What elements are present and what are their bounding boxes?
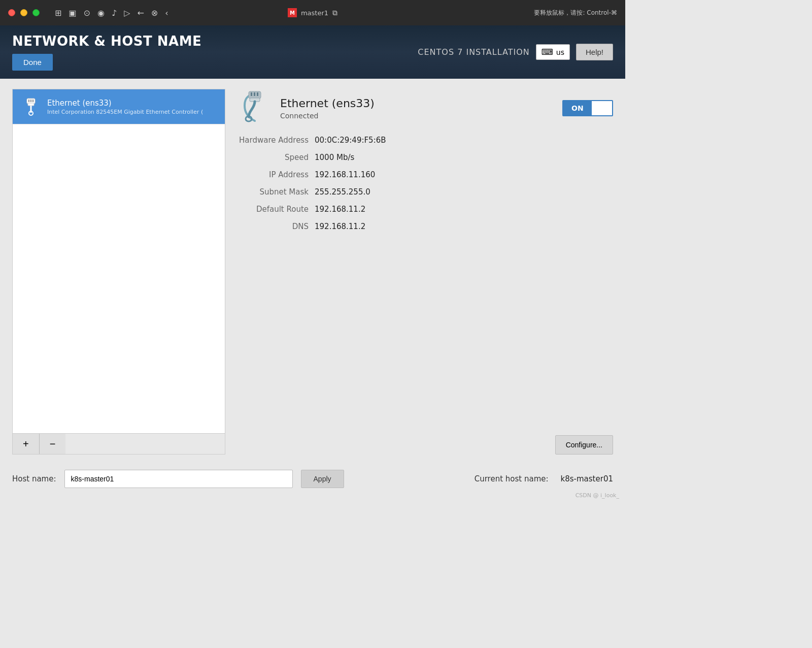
help-button[interactable]: Help! — [576, 44, 613, 60]
chevron-icon[interactable]: ‹ — [165, 8, 168, 18]
speed-row: Speed 1000 Mb/s — [238, 153, 613, 162]
right-panel: Ethernet (ens33) Connected ON Hardware A… — [238, 89, 613, 455]
back-icon[interactable]: ← — [137, 8, 144, 18]
hostname-input[interactable] — [64, 470, 293, 488]
configure-button[interactable]: Configure... — [555, 435, 613, 455]
left-panel: Ethernet (ens33) Intel Corporation 82545… — [12, 89, 225, 455]
layout-icon[interactable]: ⊞ — [55, 8, 61, 18]
titlebar-center: M master1 ⧉ — [288, 8, 337, 17]
svg-rect-8 — [251, 92, 252, 96]
window-button[interactable]: ⧉ — [332, 9, 337, 17]
network-item-name: Ethernet (ens33) — [47, 99, 203, 108]
header-left: NETWORK & HOST NAME Done — [12, 34, 201, 71]
current-host-label: Current host name: — [475, 474, 549, 483]
hardware-address-row: Hardware Address 00:0C:29:49:F5:6B — [238, 136, 613, 145]
subnet-label: Subnet Mask — [238, 187, 309, 197]
header: NETWORK & HOST NAME Done CENTOS 7 INSTAL… — [0, 25, 625, 79]
svg-rect-3 — [32, 100, 33, 102]
route-row: Default Route 192.168.11.2 — [238, 205, 613, 214]
maximize-button[interactable] — [32, 9, 40, 16]
network-item-info: Ethernet (ens33) Intel Corporation 82545… — [47, 99, 203, 115]
watermark: CSDN @ i_look_ — [576, 492, 619, 499]
main-content: Ethernet (ens33) Intel Corporation 82545… — [0, 79, 625, 465]
dns-row: DNS 192.168.11.2 — [238, 222, 613, 231]
route-label: Default Route — [238, 205, 309, 214]
disk-icon[interactable]: ⊙ — [84, 8, 90, 18]
svg-rect-9 — [254, 92, 255, 96]
device-header: Ethernet (ens33) Connected ON — [238, 89, 613, 125]
ip-row: IP Address 192.168.11.160 — [238, 170, 613, 179]
centos-title: CENTOS 7 INSTALLATION — [418, 47, 529, 57]
keyboard-locale: us — [556, 48, 564, 56]
device-icon — [238, 91, 272, 125]
device-name: Ethernet (ens33) — [280, 97, 375, 110]
remove-network-button[interactable]: − — [40, 434, 66, 454]
person-icon[interactable]: ◉ — [97, 8, 105, 18]
titlebar: ⊞ ▣ ⊙ ◉ ♪ ▷ ← ⊗ ‹ M master1 ⧉ 要释放鼠标，请按: … — [0, 0, 625, 25]
list-item[interactable]: Ethernet (ens33) Intel Corporation 82545… — [13, 89, 225, 124]
svg-rect-10 — [257, 92, 258, 96]
route-value: 192.168.11.2 — [315, 205, 365, 214]
hardware-address-value: 00:0C:29:49:F5:6B — [315, 136, 386, 145]
share-icon[interactable]: ⊗ — [151, 8, 158, 18]
vm-name: master1 — [301, 9, 328, 17]
add-network-button[interactable]: + — [13, 434, 40, 454]
page-title: NETWORK & HOST NAME — [12, 34, 201, 49]
dns-value: 192.168.11.2 — [315, 222, 365, 231]
svg-rect-4 — [28, 103, 34, 106]
audio-icon[interactable]: ♪ — [112, 8, 117, 18]
dns-label: DNS — [238, 222, 309, 231]
release-hint: 要释放鼠标，请按: Control-⌘ — [534, 9, 617, 17]
current-host-value: k8s-master01 — [561, 474, 613, 483]
footer: Host name: Apply Current host name: k8s-… — [0, 465, 625, 498]
toggle-switch[interactable]: ON — [562, 100, 613, 116]
svg-rect-1 — [28, 100, 29, 102]
keyboard-icon: ⌨ — [542, 47, 553, 57]
header-right: CENTOS 7 INSTALLATION ⌨ us Help! — [418, 44, 613, 60]
subnet-row: Subnet Mask 255.255.255.0 — [238, 187, 613, 197]
subnet-value: 255.255.255.0 — [315, 187, 370, 197]
list-controls: + − — [12, 434, 225, 455]
keyboard-badge[interactable]: ⌨ us — [536, 44, 570, 60]
ethernet-icon — [21, 96, 41, 117]
hardware-address-label: Hardware Address — [238, 136, 309, 145]
device-status: Connected — [280, 112, 375, 120]
ip-label: IP Address — [238, 170, 309, 179]
minimize-button[interactable] — [20, 9, 27, 16]
close-button[interactable] — [8, 9, 15, 16]
ip-value: 192.168.11.160 — [315, 170, 375, 179]
net-details: Hardware Address 00:0C:29:49:F5:6B Speed… — [238, 136, 613, 425]
vm-icon: M — [288, 8, 297, 17]
toggle-on[interactable]: ON — [563, 101, 592, 115]
display-icon[interactable]: ▣ — [69, 8, 76, 18]
titlebar-icons: ⊞ ▣ ⊙ ◉ ♪ ▷ ← ⊗ ‹ — [55, 8, 168, 18]
toggle-off[interactable] — [592, 101, 612, 115]
network-list: Ethernet (ens33) Intel Corporation 82545… — [12, 89, 225, 434]
apply-button[interactable]: Apply — [301, 470, 344, 488]
svg-rect-2 — [30, 100, 31, 102]
hostname-label: Host name: — [12, 474, 56, 483]
network-item-desc: Intel Corporation 82545EM Gigabit Ethern… — [47, 109, 203, 115]
video-icon[interactable]: ▷ — [124, 8, 130, 18]
done-button[interactable]: Done — [12, 54, 53, 71]
toggle-container: ON — [562, 100, 613, 116]
speed-label: Speed — [238, 153, 309, 162]
speed-value: 1000 Mb/s — [315, 153, 354, 162]
device-info: Ethernet (ens33) Connected — [280, 97, 375, 120]
